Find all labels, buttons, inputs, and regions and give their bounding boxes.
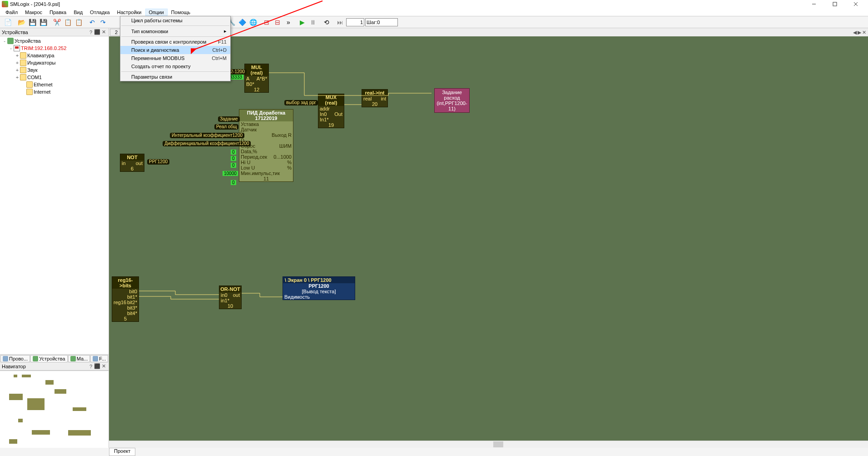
folder-icon bbox=[20, 52, 26, 59]
menu-file[interactable]: Файл bbox=[2, 9, 21, 16]
left-panel-tabs: Прово...УстройстваМа...F... bbox=[0, 354, 109, 362]
menu-help[interactable]: Помощь bbox=[168, 9, 194, 16]
block-title: reg16->bits bbox=[112, 277, 139, 289]
block-not[interactable]: NOT inout 6 bbox=[120, 154, 144, 172]
save-all-icon[interactable]: 💾 bbox=[38, 17, 48, 27]
block-realint[interactable]: real->int realint 20 bbox=[362, 89, 388, 107]
block-ornot[interactable]: OR-NOT in0out in1* 10 bbox=[219, 286, 242, 309]
tree-item[interactable]: Internet bbox=[0, 88, 109, 95]
wire-label-diff-koef: Дифферинциальный коэффициент1200 bbox=[163, 141, 251, 146]
minimize-button[interactable] bbox=[804, 0, 824, 8]
panel-close-icon[interactable]: ✕ bbox=[100, 29, 107, 35]
devices-icon bbox=[33, 356, 38, 361]
menu-item[interactable]: Параметры связи bbox=[120, 73, 230, 81]
help-icon[interactable]: ? bbox=[88, 30, 94, 35]
device-tree[interactable]: - Устройства- TRIM:192.168.0.252+ Клавиа… bbox=[0, 36, 109, 354]
left-tab[interactable]: Прово... bbox=[0, 355, 30, 362]
paste-icon[interactable]: 📋 bbox=[74, 17, 84, 27]
menu-debug[interactable]: Отладка bbox=[86, 9, 113, 16]
redo-icon[interactable]: ↷ bbox=[98, 17, 108, 27]
tab-label: F... bbox=[99, 356, 106, 361]
new-icon[interactable]: 📄 bbox=[3, 17, 13, 27]
tree-item[interactable]: Ethernet bbox=[0, 81, 109, 88]
input-value: 10000 bbox=[223, 171, 238, 176]
tree-item[interactable]: + Клавиатура bbox=[0, 52, 109, 59]
tree-twisty-icon[interactable]: + bbox=[15, 60, 20, 65]
tab-close-icon[interactable]: ✕ bbox=[862, 30, 866, 35]
open-icon[interactable]: 📂 bbox=[16, 17, 26, 27]
menu-edit[interactable]: Правка bbox=[46, 9, 70, 16]
folder-icon bbox=[20, 67, 26, 73]
devices-panel-header: Устройства ? ⬛ ✕ bbox=[0, 28, 109, 36]
svg-rect-0 bbox=[833, 2, 837, 6]
navigator-panel-title: Навигатор bbox=[2, 364, 88, 369]
task-line1: Задание расход bbox=[436, 90, 468, 100]
folder-icon bbox=[26, 89, 33, 95]
tree-twisty-icon[interactable]: + bbox=[15, 53, 20, 58]
menu-item-label: Создать отчет по проекту bbox=[131, 64, 190, 69]
canvas-horizontal-scrollbar[interactable] bbox=[109, 441, 868, 448]
panel-close-icon[interactable]: ✕ bbox=[100, 363, 107, 369]
tree-item-label: Internet bbox=[34, 89, 50, 95]
diagram-canvas[interactable]: NOT inout 6 РРГ1200 MUL (real) AA*B* B0*… bbox=[109, 36, 868, 441]
left-tab[interactable]: Устройства bbox=[30, 355, 68, 362]
tree-item[interactable]: - Устройства bbox=[0, 37, 109, 45]
tree-item-label: Устройства bbox=[15, 38, 41, 44]
block-title: real->int bbox=[362, 90, 387, 96]
svg-line-1 bbox=[195, 1, 322, 49]
step-label-input[interactable] bbox=[365, 18, 398, 26]
block-mul[interactable]: MUL (real) AA*B* B0* 12 bbox=[244, 64, 269, 93]
menu-item[interactable]: Создать отчет по проекту bbox=[120, 62, 230, 70]
step-count-input[interactable] bbox=[346, 18, 364, 26]
help-icon[interactable]: ? bbox=[88, 364, 94, 369]
navigator-minimap[interactable] bbox=[0, 371, 109, 448]
tree-twisty-icon[interactable]: + bbox=[15, 67, 20, 73]
cut-icon[interactable]: ✂️ bbox=[52, 17, 62, 27]
tree-item[interactable]: - TRIM:192.168.0.252 bbox=[0, 45, 109, 52]
tree-item[interactable]: + Индикаторы bbox=[0, 59, 109, 66]
tree-item[interactable]: + Звук bbox=[0, 66, 109, 74]
menu-view[interactable]: Вид bbox=[70, 9, 86, 16]
tree-twisty-icon[interactable]: - bbox=[2, 38, 7, 44]
skip-icon[interactable]: ⏭ bbox=[335, 17, 345, 27]
tree-item[interactable]: + COM1 bbox=[0, 74, 109, 81]
undo-icon[interactable]: ↶ bbox=[87, 17, 97, 27]
folder-icon bbox=[20, 74, 26, 80]
title-bar: SMLogix - [2041-9.psl] bbox=[0, 0, 868, 8]
scrollbar-thumb[interactable] bbox=[493, 441, 503, 447]
menu-options[interactable]: Опции bbox=[145, 9, 168, 16]
navigator-panel-header: Навигатор ? ⬛ ✕ bbox=[0, 362, 109, 371]
screen-vis: Видимость bbox=[284, 294, 310, 300]
block-title: MUL (real) bbox=[245, 64, 268, 76]
block-screen[interactable]: \ Экран 0 \ РРГ1200 РРГ1200 [Вывод текст… bbox=[283, 276, 355, 300]
maximize-button[interactable] bbox=[824, 0, 845, 8]
wire-label-real-obsh: Реал общ bbox=[214, 124, 238, 130]
pin-icon[interactable]: ⬛ bbox=[94, 29, 100, 35]
tab-next-icon[interactable]: ▶ bbox=[858, 30, 861, 35]
window-title: SMLogix - [2041-9.psl] bbox=[10, 1, 804, 7]
bottom-tab-project[interactable]: Проект bbox=[109, 448, 135, 456]
menu-macros[interactable]: Макрос bbox=[21, 9, 46, 16]
wire-label-int-koef: Интегральный коэффициент1200 bbox=[170, 133, 244, 138]
tree-twisty-icon[interactable]: - bbox=[8, 45, 14, 51]
menu-item-label: Переменные MODBUS bbox=[131, 55, 184, 61]
wire-label-zadanie: Задание bbox=[218, 116, 240, 122]
tree-twisty-icon[interactable]: + bbox=[15, 75, 20, 80]
devices-icon bbox=[70, 356, 76, 361]
pin-icon[interactable]: ⬛ bbox=[94, 363, 100, 369]
save-icon[interactable]: 💾 bbox=[27, 17, 37, 27]
left-tab[interactable]: Ма... bbox=[68, 355, 90, 362]
copy-icon[interactable]: 📋 bbox=[63, 17, 73, 27]
close-button[interactable] bbox=[845, 0, 866, 8]
left-tab[interactable]: F... bbox=[90, 355, 108, 362]
block-mux[interactable]: MUX (real) addr In0Out In1* 19 bbox=[318, 94, 344, 128]
menu-item[interactable]: Переменные MODBUSCtrl+M bbox=[120, 54, 230, 62]
block-reg16[interactable]: reg16->bits bit0 bit1* reg16bit2* bit3* … bbox=[112, 276, 139, 322]
tree-item-label: Ethernet bbox=[34, 82, 53, 87]
tab-prev-icon[interactable]: ◀ bbox=[853, 30, 857, 35]
tab-label: Устройства bbox=[39, 356, 65, 361]
tree-item-label: Клавиатура bbox=[27, 53, 55, 58]
screen-sub: [Вывод текста] bbox=[283, 289, 355, 294]
block-task[interactable]: Задание расход (int,РРГ1200-11) bbox=[434, 88, 470, 113]
menu-settings[interactable]: Настройки bbox=[114, 9, 145, 16]
